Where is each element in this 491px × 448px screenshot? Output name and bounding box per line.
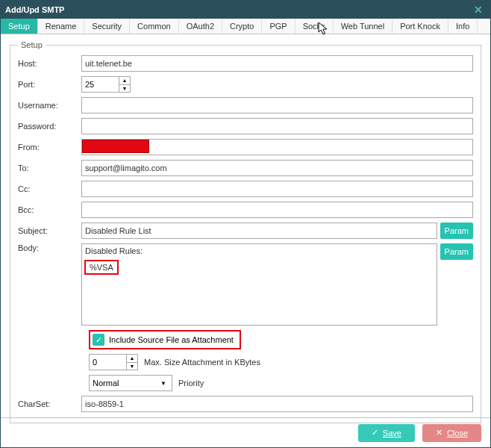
password-input[interactable] bbox=[81, 118, 473, 134]
tab-oauth2[interactable]: OAuth2 bbox=[179, 19, 222, 34]
include-source-label: Include Source File as Attachment bbox=[109, 335, 234, 344]
from-redacted-block bbox=[82, 140, 149, 153]
x-icon: ✕ bbox=[436, 428, 442, 438]
body-label: Body: bbox=[18, 243, 81, 252]
tab-web-tunnel[interactable]: Web Tunnel bbox=[334, 19, 393, 34]
username-label: Username: bbox=[18, 101, 81, 110]
include-source-checkbox-row[interactable]: ✓ Include Source File as Attachment bbox=[89, 330, 241, 349]
bcc-input[interactable] bbox=[81, 202, 473, 218]
charset-label: CharSet: bbox=[18, 399, 81, 408]
dialog-body: Setup Host: Port: 25 ▲ ▼ Username: bbox=[1, 34, 490, 429]
password-label: Password: bbox=[18, 122, 81, 131]
body-textarea[interactable] bbox=[81, 243, 437, 326]
tab-pgp[interactable]: PGP bbox=[262, 19, 295, 34]
port-label: Port: bbox=[18, 80, 81, 89]
from-label: From: bbox=[18, 143, 81, 152]
tab-security[interactable]: Security bbox=[84, 19, 130, 34]
subject-label: Subject: bbox=[18, 226, 81, 235]
priority-value: Normal bbox=[93, 379, 158, 388]
maxsize-decrement-button[interactable]: ▼ bbox=[127, 363, 137, 370]
chevron-down-icon: ▼ bbox=[158, 380, 169, 387]
tab-rename[interactable]: Rename bbox=[38, 19, 85, 34]
dialog-footer: ✓ Save ✕ Close bbox=[1, 417, 490, 447]
port-decrement-button[interactable]: ▼ bbox=[119, 85, 130, 93]
tab-socks[interactable]: Socks bbox=[295, 19, 334, 34]
subject-input[interactable] bbox=[81, 223, 437, 239]
bcc-label: Bcc: bbox=[18, 205, 81, 214]
body-param-button[interactable]: Param bbox=[440, 243, 473, 260]
port-stepper[interactable]: 25 ▲ ▼ bbox=[81, 76, 131, 93]
priority-label: Priority bbox=[178, 379, 204, 388]
close-icon[interactable]: ✕ bbox=[471, 4, 486, 16]
setup-fieldset: Setup Host: Port: 25 ▲ ▼ Username: bbox=[10, 40, 481, 423]
priority-combo[interactable]: Normal ▼ bbox=[89, 375, 172, 391]
cc-label: Cc: bbox=[18, 184, 81, 193]
close-label: Close bbox=[447, 429, 468, 438]
to-label: To: bbox=[18, 164, 81, 172]
fieldset-legend: Setup bbox=[18, 40, 46, 49]
port-value: 25 bbox=[82, 80, 119, 89]
tab-common[interactable]: Common bbox=[130, 19, 179, 34]
maxsize-value: 0 bbox=[90, 358, 126, 367]
subject-param-button[interactable]: Param bbox=[440, 223, 473, 239]
charset-input[interactable] bbox=[81, 396, 473, 412]
host-input[interactable] bbox=[81, 55, 473, 72]
cc-input[interactable] bbox=[81, 181, 473, 197]
maxsize-stepper[interactable]: 0 ▲ ▼ bbox=[89, 354, 138, 370]
port-increment-button[interactable]: ▲ bbox=[119, 77, 130, 85]
to-input[interactable] bbox=[81, 160, 473, 176]
tab-setup[interactable]: Setup bbox=[1, 19, 38, 34]
dialog-window: Add/Upd SMTP ✕ Setup Rename Security Com… bbox=[0, 0, 491, 448]
tab-bar: Setup Rename Security Common OAuth2 Cryp… bbox=[1, 19, 490, 34]
tab-crypto[interactable]: Crypto bbox=[222, 19, 262, 34]
close-button[interactable]: ✕ Close bbox=[422, 424, 481, 442]
titlebar: Add/Upd SMTP ✕ bbox=[1, 1, 490, 19]
tab-info[interactable]: Info bbox=[448, 19, 478, 34]
maxsize-increment-button[interactable]: ▲ bbox=[127, 355, 137, 363]
tab-port-knock[interactable]: Port Knock bbox=[393, 19, 448, 34]
save-button[interactable]: ✓ Save bbox=[358, 424, 415, 442]
check-icon: ✓ bbox=[372, 428, 378, 438]
save-label: Save bbox=[383, 429, 401, 438]
title-text: Add/Upd SMTP bbox=[5, 5, 64, 14]
body-vsa-highlight: %VSA bbox=[84, 260, 119, 275]
host-label: Host: bbox=[18, 59, 81, 68]
username-input[interactable] bbox=[81, 97, 473, 113]
checkmark-icon: ✓ bbox=[93, 334, 104, 346]
maxsize-label: Max. Size Attachment in KBytes bbox=[144, 358, 260, 367]
